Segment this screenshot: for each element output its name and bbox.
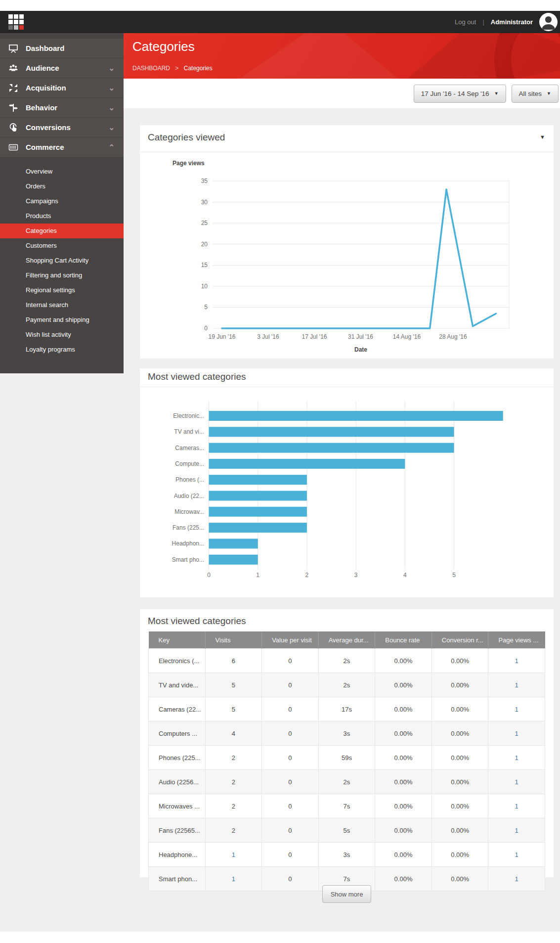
logout-link[interactable]: Log out [455, 18, 476, 26]
page-views-link[interactable]: 1 [515, 730, 518, 737]
page-views-link[interactable]: 1 [515, 706, 518, 713]
cell-bounce-rate: 0.00% [375, 818, 432, 843]
column-header-page-views: Page views ... [488, 631, 545, 649]
sidebar-subitem-payment-and-shipping[interactable]: Payment and shipping [0, 313, 124, 327]
svg-text:14 Aug '16: 14 Aug '16 [393, 333, 421, 340]
sidebar-subitem-overview[interactable]: Overview [0, 164, 124, 179]
cell-page-views: 1 [488, 818, 545, 843]
sidebar-item-conversions[interactable]: Conversions⌄ [0, 118, 124, 137]
page-views-link[interactable]: 1 [515, 851, 518, 858]
cell-avg-duration: 3s [318, 843, 375, 867]
breadcrumb-separator: > [175, 65, 178, 72]
column-header-average-dur: Average dur... [318, 631, 375, 649]
svg-text:28 Aug '16: 28 Aug '16 [439, 333, 467, 340]
page-views-link[interactable]: 1 [515, 754, 518, 762]
svg-text:Electronic...: Electronic... [173, 412, 204, 419]
cell-page-views: 1 [488, 697, 545, 721]
cell-page-views: 1 [488, 770, 545, 794]
sidebar-item-dashboard[interactable]: Dashboard [0, 39, 124, 58]
sidebar-subitem-orders[interactable]: Orders [0, 179, 124, 194]
breadcrumb-root-link[interactable]: DASHBOARD [132, 65, 170, 72]
table-row: Phones (225...2059s0.00%0.00%1 [149, 746, 545, 770]
page-views-link[interactable]: 1 [515, 827, 518, 834]
svg-text:Compute...: Compute... [175, 460, 204, 467]
cell-bounce-rate: 0.00% [375, 697, 432, 721]
page-title: Categories [132, 39, 195, 54]
current-user-label[interactable]: Administrator [491, 18, 533, 26]
sidebar-subitem-products[interactable]: Products [0, 209, 124, 224]
page-views-link[interactable]: 1 [515, 875, 518, 883]
cell-key: Microwaves ... [149, 794, 206, 818]
sidebar-item-label: Behavior [26, 103, 108, 112]
table-row: Microwaves ...207s0.00%0.00%1 [149, 794, 545, 818]
sidebar-item-label: Dashboard [26, 44, 124, 52]
sidebar-subitem-internal-search[interactable]: Internal search [0, 298, 124, 313]
commerce-submenu: OverviewOrdersCampaignsProductsCategorie… [0, 164, 124, 357]
visits-link[interactable]: 1 [232, 875, 235, 883]
cell-value: 0 [262, 843, 319, 867]
show-more-button[interactable]: Show more [322, 885, 372, 903]
column-header-bounce-rate: Bounce rate [375, 631, 432, 649]
chevron-up-icon: ⌃ [108, 143, 115, 152]
breadcrumb-current: Categories [184, 65, 213, 72]
column-header-key: Key [149, 631, 206, 649]
cell-bounce-rate: 0.00% [375, 770, 432, 794]
sidebar-item-commerce[interactable]: Commerce⌃ [0, 137, 124, 157]
top-bar: Log out | Administrator [0, 11, 560, 33]
sidebar-subitem-filtering-and-sorting[interactable]: Filtering and sorting [0, 268, 124, 283]
date-range-value: 17 Jun '16 - 14 Sep '16 [421, 90, 489, 97]
cell-key: Electronics (... [149, 649, 206, 673]
cell-key: Cameras (22... [149, 697, 206, 721]
sidebar-subitem-categories[interactable]: Categories [0, 224, 124, 238]
sidebar-subitem-shopping-cart-activity[interactable]: Shopping Cart Activity [0, 253, 124, 268]
most-viewed-bar-chart: 012345Electronic...TV and vi...Cameras..… [140, 387, 554, 598]
page-views-link[interactable]: 1 [515, 681, 518, 689]
sidebar-item-acquisition[interactable]: Acquisition⌄ [0, 78, 124, 97]
cell-value: 0 [262, 673, 319, 697]
app-logo-icon[interactable] [8, 14, 24, 30]
svg-text:1: 1 [256, 572, 259, 579]
audience-icon [8, 63, 19, 74]
cell-avg-duration: 17s [318, 697, 375, 721]
sidebar-item-label: Commerce [26, 143, 108, 151]
cell-key: Audio (2256... [149, 770, 206, 794]
cell-value: 0 [262, 649, 319, 673]
sidebar-item-behavior[interactable]: Behavior⌄ [0, 98, 124, 117]
svg-text:4: 4 [403, 572, 407, 579]
table-row: Electronics (...602s0.00%0.00%1 [149, 649, 545, 673]
user-avatar[interactable] [539, 13, 558, 31]
svg-text:Smart pho...: Smart pho... [172, 556, 204, 563]
behavior-icon [8, 102, 19, 113]
sidebar-subitem-regional-settings[interactable]: Regional settings [0, 283, 124, 298]
cell-conversion-rate: 0.00% [431, 818, 488, 843]
svg-text:0: 0 [207, 572, 211, 579]
panel-collapse-caret[interactable]: ▼ [540, 134, 545, 140]
panel-title: Most viewed categories [148, 616, 246, 627]
column-header-conversion-r: Conversion r... [431, 631, 488, 649]
cell-bounce-rate: 0.00% [375, 721, 432, 746]
cell-value: 0 [262, 770, 319, 794]
visits-link[interactable]: 1 [232, 851, 235, 858]
sidebar-subitem-campaigns[interactable]: Campaigns [0, 194, 124, 209]
sidebar-subitem-customers[interactable]: Customers [0, 238, 124, 253]
page-views-link[interactable]: 1 [515, 657, 518, 665]
conversions-icon [8, 122, 19, 133]
svg-text:20: 20 [201, 241, 208, 248]
chevron-down-icon: ⌄ [108, 84, 115, 92]
cell-visits: 1 [205, 843, 262, 867]
cell-visits: 4 [205, 721, 262, 746]
sidebar-item-audience[interactable]: Audience⌄ [0, 58, 124, 78]
topbar-separator: | [482, 18, 484, 26]
svg-text:Microwav...: Microwav... [174, 508, 204, 515]
svg-text:31 Jul '16: 31 Jul '16 [348, 333, 373, 340]
page-views-link[interactable]: 1 [515, 803, 518, 810]
cell-key: Fans (22565... [149, 818, 206, 843]
header-decoration [494, 33, 560, 79]
page-views-link[interactable]: 1 [515, 778, 518, 786]
cell-key: Computers ... [149, 721, 206, 746]
cell-bounce-rate: 0.00% [375, 843, 432, 867]
date-range-dropdown[interactable]: 17 Jun '16 - 14 Sep '16 ▼ [414, 85, 506, 103]
sidebar-subitem-loyalty-programs[interactable]: Loyalty programs [0, 342, 124, 357]
sidebar-subitem-wish-list-activity[interactable]: Wish list activity [0, 327, 124, 342]
site-selector-dropdown[interactable]: All sites ▼ [512, 85, 559, 103]
